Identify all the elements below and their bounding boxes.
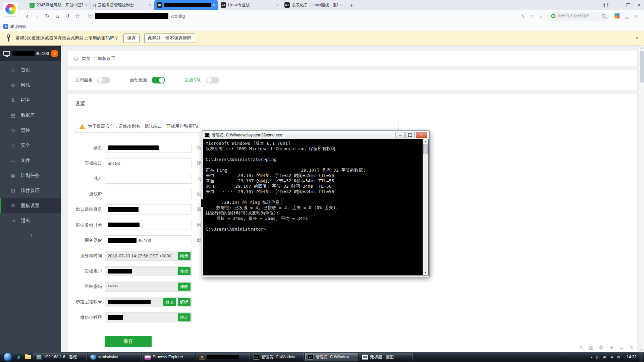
favorites-dropdown-icon[interactable] [536, 13, 545, 19]
browser-logo[interactable] [3, 2, 18, 16]
field-input[interactable]: 50153 [105, 158, 192, 168]
undo-icon[interactable] [62, 13, 72, 19]
field-input[interactable]: 修改解绑 [105, 297, 192, 307]
mini-window-icon[interactable]: ▭ [619, 345, 624, 350]
back-icon[interactable] [22, 12, 32, 20]
never-save-button[interactable]: 此网站一律不保存密码 [144, 34, 195, 43]
tab-close-icon[interactable]: × [85, 3, 88, 8]
scroll-down-icon[interactable]: ▼ [640, 348, 643, 352]
cmd-title-bar[interactable]: 管理员: C:\Windows\system32\cmd.exe [203, 131, 429, 139]
scroll-up-icon[interactable]: ▲ [640, 46, 643, 50]
tab-close-icon[interactable]: × [276, 3, 279, 8]
taskbar-button[interactable]: xrmisdwkw [88, 353, 141, 361]
taskbar-clock[interactable]: 14:32 [627, 355, 637, 359]
menu-icon[interactable] [631, 13, 640, 19]
toggle-switch[interactable] [206, 77, 219, 83]
taskbar-button[interactable]: Process Explorer - ... [142, 353, 195, 361]
minimize-button[interactable] [616, 3, 619, 8]
sidebar-item-cron[interactable]: ▦计划任务 [0, 168, 61, 183]
field-input[interactable] [105, 204, 192, 215]
cmd-window[interactable]: 管理员: C:\Windows\system32\cmd.exe Microso… [202, 130, 430, 277]
download-icon[interactable] [623, 13, 631, 19]
field-input[interactable]: ******修改 [105, 282, 192, 292]
fullscreen-icon[interactable]: ⇲ [629, 345, 633, 350]
taskbar-button[interactable]: 管理员: C:\Window... [305, 353, 358, 361]
cmd-scroll-down-icon[interactable]: ▼ [424, 270, 427, 275]
browser-tab[interactable]: ⌂2345网址导航 - 开创中国百年品牌× [27, 0, 91, 10]
taskbar-button[interactable]: 无标题 - 画图 [360, 353, 413, 361]
field-input[interactable]: .45.103 [105, 235, 192, 245]
sidebar-item-plus[interactable]: + [0, 228, 61, 243]
reload-icon[interactable] [42, 13, 52, 19]
cmd-maximize-icon[interactable] [405, 132, 415, 138]
cmd-close-icon[interactable] [416, 132, 427, 138]
browser-tab[interactable]: ( )云服务器管理控制台× [91, 0, 154, 10]
taskbar-button[interactable] [197, 353, 250, 361]
breadcrumb-home-icon[interactable] [73, 56, 79, 61]
browser-tab[interactable]: BT发表帖子 - Linux面板 - 宝塔面板× [282, 0, 345, 10]
quick-launch-ie-icon[interactable]: e [15, 353, 23, 361]
search-box[interactable]: 所长骂人反获好评 [548, 12, 609, 20]
sidebar-item-database[interactable]: ▤数据库 [0, 108, 61, 123]
bind-button[interactable]: 绑定 [178, 313, 191, 321]
sidebar-item-software[interactable]: ⊞软件管理 [0, 183, 61, 198]
accelerator-icon[interactable] [519, 13, 528, 19]
field-input[interactable]: 2018-07-30 14:27:56 CST +0800同步 [105, 251, 192, 261]
bookmark-star-icon[interactable] [528, 13, 536, 19]
cmd-minimize-icon[interactable] [395, 132, 405, 138]
page-scrollbar[interactable]: ▲ ▼ [639, 46, 644, 352]
home-icon[interactable] [52, 13, 62, 19]
restore-button[interactable] [627, 3, 630, 7]
address-bar[interactable]: /config [85, 11, 519, 21]
sidebar-item-home[interactable]: ⌂首页 [0, 62, 61, 77]
modify-button[interactable]: 修改 [163, 298, 176, 306]
cmd-scrollbar[interactable]: ▲ ▼ [423, 139, 428, 275]
cmd-scroll-up-icon[interactable]: ▲ [424, 139, 427, 144]
tab-close-icon[interactable]: × [213, 3, 215, 8]
start-button[interactable] [3, 353, 12, 361]
message-badge[interactable]: 0 [51, 50, 58, 57]
toggle-switch[interactable] [97, 77, 110, 83]
field-input[interactable] [105, 143, 192, 153]
app-window-icon[interactable]: ◫ [596, 355, 599, 359]
scroll-thumb[interactable] [640, 51, 644, 83]
sidebar-item-security[interactable]: ✓安全 [0, 138, 61, 153]
notification-close-icon[interactable] [636, 35, 639, 41]
hidden-icons-icon[interactable]: ▴ [591, 355, 593, 359]
edit-pen-icon[interactable]: ✎ [579, 345, 583, 350]
quick-launch-folder-icon[interactable] [24, 353, 32, 361]
taskbar-button[interactable]: 管理员: C:\Window... [251, 353, 304, 361]
save-password-button[interactable]: 保存 [123, 34, 140, 43]
forward-icon[interactable] [32, 12, 42, 20]
modify-button[interactable]: 修改 [178, 267, 191, 275]
cmd-scroll-thumb[interactable] [423, 144, 428, 154]
sidebar-item-monitor-chart[interactable]: ∿监控 [0, 123, 61, 138]
taskbar-button[interactable]: 192.168.1.6 - 远程... [34, 353, 87, 361]
reader-icon[interactable]: ▥ [589, 345, 593, 350]
unbind-button[interactable]: 解绑 [178, 298, 191, 306]
suggested-sites-label[interactable]: 建议网站 [10, 24, 26, 29]
save-settings-button[interactable]: 保存 [105, 336, 152, 347]
cmd-console[interactable]: Microsoft Windows [版本 6.1.7601]版权所有 (c) … [203, 139, 429, 276]
browser-tab[interactable]: BT× [154, 0, 218, 10]
field-input[interactable] [105, 189, 192, 199]
tab-close-icon[interactable]: × [149, 3, 151, 8]
tab-close-icon[interactable]: × [340, 3, 342, 8]
volume-icon[interactable]: ◄ [610, 355, 613, 359]
toggle-switch[interactable] [152, 77, 165, 83]
modify-button[interactable]: 修改 [178, 283, 191, 291]
sidebar-item-settings-gear[interactable]: ⚙面板设置 [0, 198, 61, 213]
sidebar-item-ftp[interactable]: ⇅FTP [0, 93, 61, 108]
field-input[interactable]: 绑定 [105, 312, 192, 322]
field-input[interactable] [105, 174, 192, 184]
sidebar-item-site[interactable]: ⊕网站 [0, 77, 61, 93]
apps-grid-icon[interactable] [614, 13, 620, 18]
show-desktop-button[interactable] [640, 352, 643, 362]
close-button[interactable] [638, 2, 641, 8]
sidebar-item-files[interactable]: ▭文件 [0, 153, 61, 168]
shield-icon[interactable]: ▣ [603, 355, 606, 359]
sidebar-item-logout[interactable]: ⇥退出 [0, 213, 61, 228]
favorite-icon[interactable] [72, 13, 83, 19]
speaker-icon[interactable]: ◄ [609, 345, 613, 350]
browser-tab[interactable]: BTLinux专业版× [218, 0, 282, 10]
